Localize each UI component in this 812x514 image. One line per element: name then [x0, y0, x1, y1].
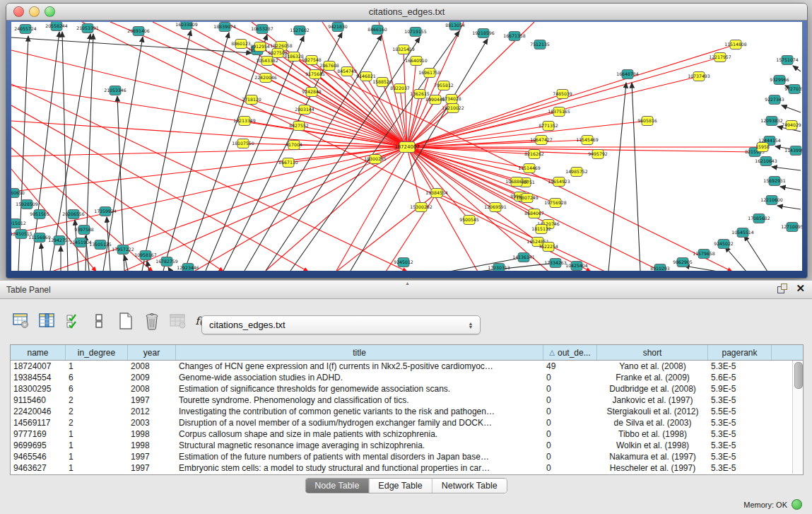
traffic-lights — [13, 6, 55, 17]
table-row[interactable]: 1456911722003Disruption of a novel membe… — [11, 417, 803, 428]
vertical-scrollbar[interactable] — [792, 361, 803, 474]
column-header-out_degree[interactable]: △out_de... — [543, 345, 597, 360]
table-cell-in_degree: 6 — [66, 383, 128, 395]
tab-node-table[interactable]: Node Table — [305, 479, 369, 493]
new-file-icon[interactable] — [116, 310, 136, 332]
close-panel-icon[interactable]: ✕ — [796, 284, 805, 293]
table-cell-pagerank: 5.6E-5 — [708, 372, 772, 383]
table-cell-title: Investigating the contribution of common… — [176, 406, 543, 417]
table-selector-dropdown[interactable]: citations_edges.txt ▲▼ — [201, 315, 481, 334]
network-canvas[interactable]: 2405572420558244210533912069140616033809… — [11, 22, 802, 271]
table-row[interactable]: 946554611997Estimation of the future num… — [11, 451, 803, 462]
zoom-window-button[interactable] — [45, 6, 55, 17]
column-header-year[interactable]: year — [128, 345, 176, 360]
table-header-row: namein_degreeyeartitle△out_de...shortpag… — [11, 345, 803, 361]
table-row[interactable]: 911546021997Tourette syndrome. Phenomeno… — [11, 395, 803, 406]
graph-edge — [117, 96, 124, 271]
table-panel: ▴ Table Panel ✕ f(x) citations_e — [0, 280, 812, 514]
graph-node-label: 24055724 — [14, 26, 37, 31]
table-cell-short: Nakamura et al. (1997) — [597, 451, 708, 462]
graph-edge — [744, 235, 767, 271]
graph-node-label: 22420046 — [254, 75, 277, 80]
graph-node-label: 12213349 — [233, 118, 256, 123]
select-column-icon[interactable] — [37, 310, 57, 332]
graph-node-label: 17334263 — [544, 260, 567, 265]
minimize-window-button[interactable] — [29, 6, 40, 17]
table-body[interactable]: 1872400712008Changes of HCN gene express… — [11, 361, 803, 474]
graph-node-label: 12093832 — [760, 118, 783, 123]
graph-node-label: 7512135 — [530, 42, 550, 47]
column-header-short[interactable]: short — [597, 345, 708, 360]
graph-node-label: 11579658 — [693, 251, 715, 256]
graph-node-label: 7485039 — [553, 91, 572, 96]
clear-selection-icon[interactable] — [90, 310, 110, 332]
column-header-title[interactable]: title — [176, 345, 543, 360]
graph-edge — [407, 121, 647, 147]
graph-node-label: 16210022 — [442, 105, 464, 110]
delete-trash-icon[interactable] — [142, 310, 162, 332]
table-cell-pagerank: 5.3E-5 — [708, 395, 772, 406]
graph-node-label: 11439998 — [784, 148, 802, 153]
graph-edge — [407, 147, 495, 207]
graph-node-label: 8186328 — [284, 54, 304, 59]
graph-node-label: 18107550 — [232, 141, 254, 146]
network-view-frame: 2405572420558244210533912069140616033809… — [6, 21, 807, 278]
table-cell-out_degree: 0 — [543, 383, 597, 395]
table-toolbar: f(x) — [11, 310, 214, 332]
dropdown-arrows-icon: ▲▼ — [464, 322, 480, 329]
citation-graph[interactable]: 2405572420558244210533912069140616033809… — [11, 22, 802, 271]
graph-node-label: 8322037 — [390, 86, 410, 90]
import-table-disabled-icon — [168, 310, 188, 332]
network-window: citations_edges.txt 24055724205582442105… — [6, 3, 808, 279]
graph-node-label: 11514469 — [518, 165, 541, 170]
table-row[interactable]: 969969511998Structural magnetic resonanc… — [11, 440, 803, 451]
graph-edge — [608, 83, 626, 271]
table-row[interactable]: 1872400712008Changes of HCN gene express… — [11, 361, 803, 372]
table-cell-year: 2009 — [128, 372, 176, 383]
tab-edge-table[interactable]: Edge Table — [369, 479, 432, 493]
table-cell-year: 1997 — [128, 451, 176, 462]
table-row[interactable]: 946362711997Embryonic stem cells: a mode… — [11, 462, 803, 474]
graph-edge — [11, 105, 308, 271]
graph-node-label: 2718120 — [242, 97, 261, 102]
column-header-in_degree[interactable]: in_degree — [66, 345, 128, 360]
table-cell-title: Tourette syndrome. Phenomenology and cla… — [176, 395, 543, 406]
table-cell-name: 9463627 — [11, 462, 66, 474]
panel-resize-handle[interactable]: ▴ — [406, 280, 409, 286]
graph-node-label: 8454749 — [337, 69, 357, 74]
graph-edge — [62, 32, 68, 271]
select-all-checklist-icon[interactable] — [64, 310, 83, 332]
graph-node-label: 1588520 — [372, 79, 392, 84]
graph-edge — [82, 22, 591, 271]
column-header-name[interactable]: name — [11, 345, 66, 360]
tab-network-table[interactable]: Network Table — [433, 479, 507, 493]
table-settings-icon[interactable] — [11, 310, 31, 332]
table-cell-in_degree: 2 — [66, 395, 128, 406]
close-window-button[interactable] — [13, 6, 24, 17]
graph-edge — [41, 243, 43, 271]
window-titlebar[interactable]: citations_edges.txt — [6, 4, 807, 21]
table-cell-in_degree: 1 — [66, 440, 128, 451]
graph-node-label: 7522254 — [539, 244, 558, 249]
table-row[interactable]: 1938455462009Genome-wide association stu… — [11, 372, 803, 383]
float-panel-icon[interactable] — [777, 284, 787, 293]
graph-node-label: 8466160 — [367, 27, 387, 32]
table-cell-title: Changes of HCN gene expression and I(f) … — [176, 361, 543, 372]
graph-node-label: 15928509 — [16, 201, 38, 206]
table-row[interactable]: 2242004622012Investigating the contribut… — [11, 406, 803, 417]
graph-node-label: 16648784 — [616, 71, 639, 76]
graph-node-label: 9245012 — [394, 259, 413, 264]
table-cell-in_degree: 1 — [66, 428, 128, 440]
table-cell-short: Tibbo et al. (1998) — [597, 428, 708, 440]
table-row[interactable]: 1830029562008Estimation of significance … — [11, 383, 803, 395]
column-header-pagerank[interactable]: pagerank — [708, 345, 772, 360]
graph-node-label: 16671358 — [503, 33, 526, 38]
table-cell-in_degree: 1 — [66, 462, 128, 474]
graph-node-label: 18325419 — [392, 47, 415, 52]
table-row[interactable]: 977716911998Corpus callosum shape and si… — [11, 428, 803, 440]
graph-node-label: 8216262 — [524, 151, 544, 156]
scrollbar-thumb[interactable] — [794, 362, 803, 389]
table-cell-name: 18300295 — [11, 383, 66, 395]
graph-edge — [11, 147, 407, 192]
graph-node-label: 9495792 — [588, 151, 608, 156]
